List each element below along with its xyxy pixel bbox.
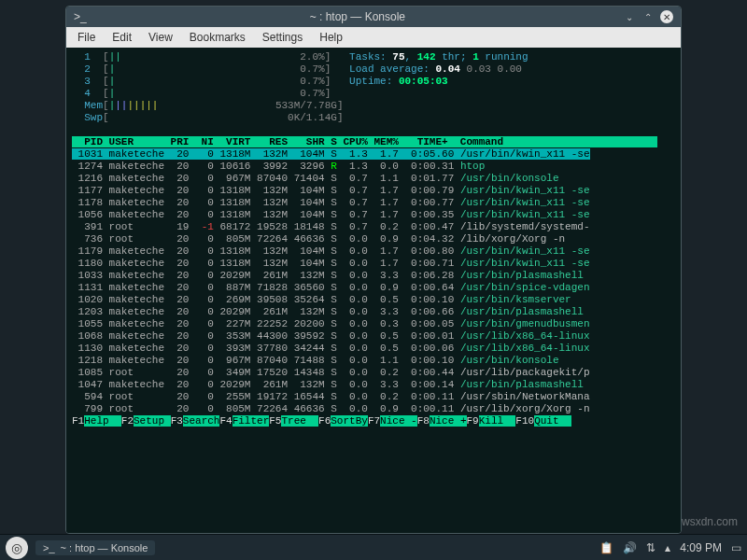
menu-bookmarks[interactable]: Bookmarks <box>182 29 253 46</box>
terminal-icon: >_ <box>74 10 87 23</box>
volume-icon[interactable]: 🔊 <box>623 541 637 554</box>
clock[interactable]: 4:09 PM <box>680 541 722 554</box>
window-title: ~ : htop — Konsole <box>92 10 623 23</box>
menubar: File Edit View Bookmarks Settings Help <box>66 27 681 48</box>
menu-settings[interactable]: Settings <box>255 29 310 46</box>
menu-edit[interactable]: Edit <box>105 29 139 46</box>
taskbar: ◎ >_ ~ : htop — Konsole 📋 🔊 ⇅ ▴ 4:09 PM … <box>0 534 747 560</box>
show-desktop-button[interactable]: ▭ <box>731 541 741 554</box>
task-entry-konsole[interactable]: >_ ~ : htop — Konsole <box>35 540 155 555</box>
network-icon[interactable]: ⇅ <box>646 541 655 554</box>
maximize-button[interactable]: ⌃ <box>641 10 655 23</box>
clipboard-icon[interactable]: 📋 <box>599 541 613 554</box>
chevron-up-icon[interactable]: ▴ <box>665 541 670 554</box>
start-button[interactable]: ◎ <box>6 537 28 559</box>
konsole-window: >_ ~ : htop — Konsole ⌄ ⌃ ✕ File Edit Vi… <box>65 6 682 534</box>
system-tray: 📋 🔊 ⇅ ▴ 4:09 PM ▭ <box>599 541 741 554</box>
minimize-button[interactable]: ⌄ <box>623 10 636 23</box>
close-button[interactable]: ✕ <box>660 10 673 23</box>
menu-help[interactable]: Help <box>312 29 350 46</box>
menu-file[interactable]: File <box>70 29 103 46</box>
menu-view[interactable]: View <box>141 29 180 46</box>
titlebar[interactable]: >_ ~ : htop — Konsole ⌄ ⌃ ✕ <box>66 7 681 27</box>
task-label: ~ : htop — Konsole <box>61 542 148 553</box>
terminal-output[interactable]: 1 [|| 2.0%] Tasks: 75, 142 thr; 1 runnin… <box>66 48 681 533</box>
terminal-icon: >_ <box>43 542 55 553</box>
watermark: wsxdn.com <box>682 515 738 528</box>
